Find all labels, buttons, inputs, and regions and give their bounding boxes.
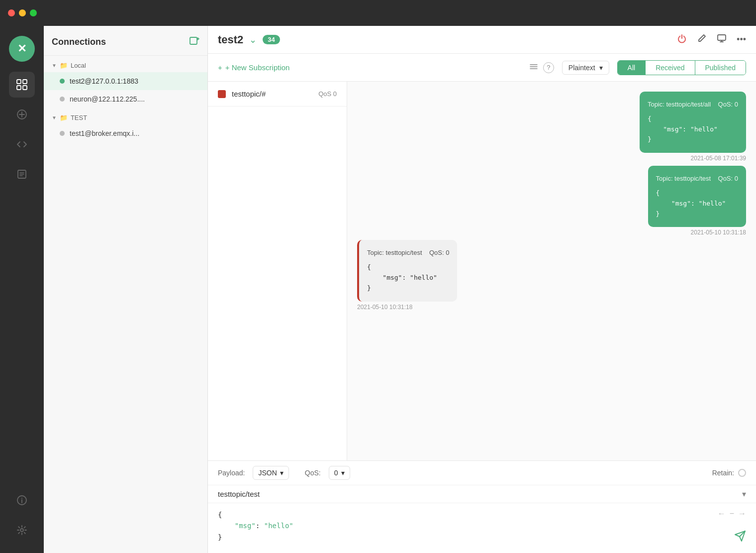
plus-icon: + [218, 63, 222, 72]
retain-toggle[interactable] [738, 469, 746, 477]
message-topic-2: Topic: testtopic/test QoS: 0 [656, 174, 738, 184]
svg-rect-3 [23, 86, 27, 90]
list-icon[interactable] [529, 62, 538, 73]
nav-settings-icon[interactable] [9, 517, 35, 543]
svg-point-13 [21, 498, 22, 499]
input-nav: ← − → [718, 509, 746, 518]
nav-forward-icon[interactable]: → [738, 509, 746, 518]
filter-published-tab[interactable]: Published [695, 61, 746, 75]
message-body-3: { "msg": "hello" } [367, 262, 449, 293]
nav-connections-icon[interactable] [9, 72, 35, 98]
chevron-icon: ▼ [52, 63, 57, 68]
message-bubble-3: Topic: testtopic/test QoS: 0 { "msg": "h… [357, 240, 457, 301]
filter-all-tab[interactable]: All [618, 61, 646, 75]
sub-header: + + New Subscription ? Plaintext ▾ All R… [208, 54, 756, 82]
message-body-1: { "msg": "hello" } [648, 114, 738, 145]
message-count-badge: 34 [263, 35, 280, 44]
folder-icon: 📁 [60, 62, 68, 69]
sub-item-left: testtopic/# [218, 90, 266, 98]
message-topic-3: Topic: testtopic/test QoS: 0 [367, 248, 449, 258]
sub-qos-label: QoS 0 [318, 90, 337, 98]
chevron-down-icon: ▾ [599, 64, 603, 72]
chevron-icon: ▼ [52, 115, 57, 120]
message-time-3: 2021-05-10 10:31:18 [357, 304, 412, 311]
nav-logs-icon[interactable] [9, 161, 35, 187]
status-dot-gray [60, 97, 65, 102]
message-group-1: Topic: testtopic/test/all QoS: 0 { "msg"… [357, 92, 746, 162]
message-time-2: 2021-05-10 10:31:18 [691, 229, 746, 236]
qos-label: QoS: [305, 469, 321, 477]
message-group-2: Topic: testtopic/test QoS: 0 { "msg": "h… [357, 166, 746, 236]
topic-input[interactable] [218, 490, 742, 498]
subscription-item-testtopic[interactable]: testtopic/# QoS 0 [208, 82, 347, 107]
svg-rect-2 [17, 86, 21, 90]
chevron-down-icon[interactable]: ⌄ [249, 34, 257, 45]
power-icon[interactable] [677, 33, 687, 46]
connection-name-test1: test1@broker.emqx.i... [70, 129, 139, 137]
add-connection-button[interactable] [189, 36, 199, 48]
svg-point-14 [20, 529, 23, 532]
message-input-area: { "msg": "hello" } ← − → [208, 503, 756, 553]
connection-item-neuron[interactable]: neuron@122.112.225.... [44, 90, 207, 108]
payload-label: Payload: [218, 469, 245, 477]
message-group-3: Topic: testtopic/test QoS: 0 { "msg": "h… [357, 240, 746, 310]
payload-format-select[interactable]: JSON ▾ [253, 466, 288, 480]
connection-name-neuron: neuron@122.112.225.... [70, 95, 145, 103]
retain-text: Retain: [712, 469, 734, 477]
icon-sidebar: ✕ [0, 0, 44, 553]
group-test-label: TEST [71, 114, 87, 121]
new-subscription-button[interactable]: + + New Subscription [218, 63, 289, 72]
connections-panel: Connections ▼ 📁 Local test2@127.0.0.1:18… [44, 26, 208, 553]
nav-add-icon[interactable] [9, 102, 35, 127]
connection-item-test1[interactable]: test1@broker.emqx.i... [44, 124, 207, 142]
connection-item-test2[interactable]: test2@127.0.0.1:1883 [44, 72, 207, 90]
svg-rect-0 [17, 80, 21, 84]
top-bar: test2 ⌄ 34 [208, 26, 756, 54]
nav-info-icon[interactable] [9, 487, 35, 513]
minimize-button[interactable] [19, 9, 26, 16]
sub-topic-label: testtopic/# [232, 90, 266, 98]
edit-icon[interactable] [697, 33, 707, 46]
group-test[interactable]: ▼ 📁 TEST [44, 108, 207, 124]
payload-format-value: JSON [258, 469, 277, 477]
sub-color-dot [218, 90, 226, 98]
more-icon[interactable]: ••• [737, 34, 746, 45]
qos-value: 0 [334, 469, 338, 477]
maximize-button[interactable] [30, 9, 37, 16]
qos-select[interactable]: 0 ▾ [329, 466, 350, 480]
help-icon[interactable]: ? [543, 62, 554, 73]
main-content: test2 ⌄ 34 [208, 26, 756, 553]
status-dot-gray [60, 131, 65, 136]
bottom-icons [9, 487, 35, 543]
nav-back-icon[interactable]: ← [718, 509, 726, 518]
svg-rect-18 [718, 35, 726, 40]
composer-top: Payload: JSON ▾ QoS: 0 ▾ Retain: [208, 461, 756, 485]
active-connection-title: test2 [218, 33, 243, 46]
message-preview: { "msg": "hello" } [218, 509, 746, 543]
nav-code-icon[interactable] [9, 131, 35, 157]
messages-area: Topic: testtopic/test/all QoS: 0 { "msg"… [347, 82, 756, 460]
monitor-icon[interactable] [717, 33, 727, 46]
message-time-1: 2021-05-08 17:01:39 [691, 155, 746, 162]
traffic-lights [8, 9, 37, 16]
chevron-down-icon: ▾ [280, 469, 284, 477]
message-bubble-2: Topic: testtopic/test QoS: 0 { "msg": "h… [648, 166, 746, 227]
close-button[interactable] [8, 9, 15, 16]
group-local-label: Local [71, 62, 86, 69]
filter-received-tab[interactable]: Received [645, 61, 694, 75]
filter-tabs: All Received Published [617, 60, 746, 75]
group-local[interactable]: ▼ 📁 Local [44, 56, 207, 72]
svg-rect-15 [190, 37, 197, 44]
send-button[interactable] [734, 530, 746, 545]
format-selector[interactable]: Plaintext ▾ [562, 61, 609, 75]
connections-title: Connections [52, 37, 106, 47]
top-bar-right: ••• [677, 33, 746, 46]
message-bubble-1: Topic: testtopic/test/all QoS: 0 { "msg"… [640, 92, 746, 153]
subscriptions-list: testtopic/# QoS 0 [208, 82, 347, 460]
retain-label: Retain: [712, 469, 746, 477]
nav-minus-icon[interactable]: − [730, 509, 734, 518]
svg-rect-1 [23, 80, 27, 84]
topic-bar: ▾ [208, 485, 756, 503]
folder-icon: 📁 [60, 114, 68, 121]
topic-chevron-icon[interactable]: ▾ [742, 489, 746, 499]
